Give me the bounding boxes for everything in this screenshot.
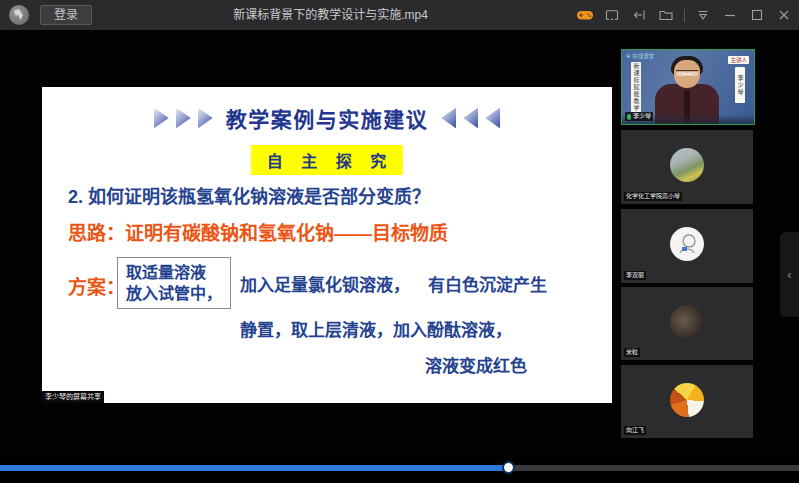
window-title: 新课标背景下的教学设计与实施.mp4 [92, 0, 569, 30]
title-arrow-icon [198, 108, 213, 129]
title-arrow-icon [441, 108, 456, 129]
slide-heading-row: 教学案例与实施建议 [42, 103, 612, 133]
speaker-glasses [676, 70, 698, 77]
minimize-icon[interactable] [721, 6, 739, 24]
title-arrow-icon [485, 108, 500, 129]
shared-slide: 教学案例与实施建议 自 主 探 究 2. 如何证明该瓶氢氧化钠溶液是否部分变质？… [42, 87, 612, 403]
speaker-name-label: 李少琴 [625, 112, 653, 121]
speaker-role-tag: 主讲人 [728, 56, 749, 64]
slide-question: 2. 如何证明该瓶氢氧化钠溶液是否部分变质？ [68, 182, 430, 208]
plan-box-line2: 放入试管中， [126, 283, 222, 304]
seekbar-fill [0, 465, 508, 471]
participant-tile: 化学化工学院高小琴 [621, 130, 753, 204]
slide-result2: 溶液变成红色 [425, 352, 527, 377]
menu-icon[interactable] [694, 6, 712, 24]
slide-step1: 加入足量氯化钡溶液， [240, 271, 410, 296]
participant-tile: 李双丽 [621, 209, 753, 283]
titlebar-separator [684, 9, 685, 22]
dock-left-icon[interactable] [630, 6, 648, 24]
login-button[interactable]: 登录 [40, 5, 92, 25]
avatar [670, 148, 704, 182]
titlebar-icons [576, 0, 793, 30]
title-arrow-icon [176, 108, 191, 129]
mic-icon [627, 114, 631, 120]
boss-key-icon[interactable] [603, 6, 621, 24]
title-arrow-icon [154, 108, 169, 129]
meeting-watermark: ⊕ 在线课堂 [626, 53, 654, 60]
avatar [670, 382, 704, 416]
speaker-left-banner: 新课标赋能教学 [631, 62, 641, 112]
close-icon[interactable] [775, 6, 793, 24]
speaker-video-tile: ⊕ 在线课堂 新课标赋能教学 主讲人 李少琴 李少琴 [621, 49, 755, 125]
participant-name-label: 李双丽 [624, 271, 646, 280]
avatar [670, 304, 704, 338]
participant-name-label: 化学化工学院高小琴 [624, 192, 682, 201]
panel-toggle-tab[interactable]: ‹ [780, 232, 799, 317]
chevron-left-icon: ‹ [787, 267, 791, 282]
screen-share-watermark: 李少琴的屏幕共享 [42, 391, 104, 403]
participant-tile: 向江飞 [621, 365, 753, 438]
slide-badge: 自 主 探 究 [251, 145, 403, 175]
game-promo-icon[interactable] [576, 6, 594, 24]
participant-name-label: 米粒 [624, 348, 640, 357]
speaker-right-banner: 李少琴 [735, 67, 745, 103]
slide-plan-box: 取适量溶液 放入试管中， [117, 257, 231, 309]
player-logo[interactable] [9, 5, 29, 25]
maximize-icon[interactable] [748, 6, 766, 24]
participant-tile: 米粒 [621, 287, 753, 360]
open-folder-icon[interactable] [657, 6, 675, 24]
player-window: 登录 新课标背景下的教学设计与实施.mp4 [0, 0, 799, 483]
titlebar: 登录 新课标背景下的教学设计与实施.mp4 [0, 0, 799, 31]
title-arrow-icon [463, 108, 478, 129]
avatar [670, 227, 704, 261]
video-display[interactable]: 教学案例与实施建议 自 主 探 究 2. 如何证明该瓶氢氧化钠溶液是否部分变质？… [0, 30, 799, 455]
slide-step2: 静置，取上层清液，加入酚酞溶液， [240, 316, 512, 341]
seekbar-handle[interactable] [502, 461, 515, 474]
speaker-name: 李少琴 [633, 112, 651, 121]
seekbar-track[interactable] [0, 465, 799, 471]
slide-result1: 有白色沉淀产生 [428, 271, 547, 296]
slide-title: 教学案例与实施建议 [226, 103, 429, 133]
plan-box-line1: 取适量溶液 [126, 262, 222, 283]
slide-thought-line: 思路：证明有碳酸钠和氢氧化钠——目标物质 [68, 218, 448, 245]
participant-name-label: 向江飞 [624, 426, 646, 435]
